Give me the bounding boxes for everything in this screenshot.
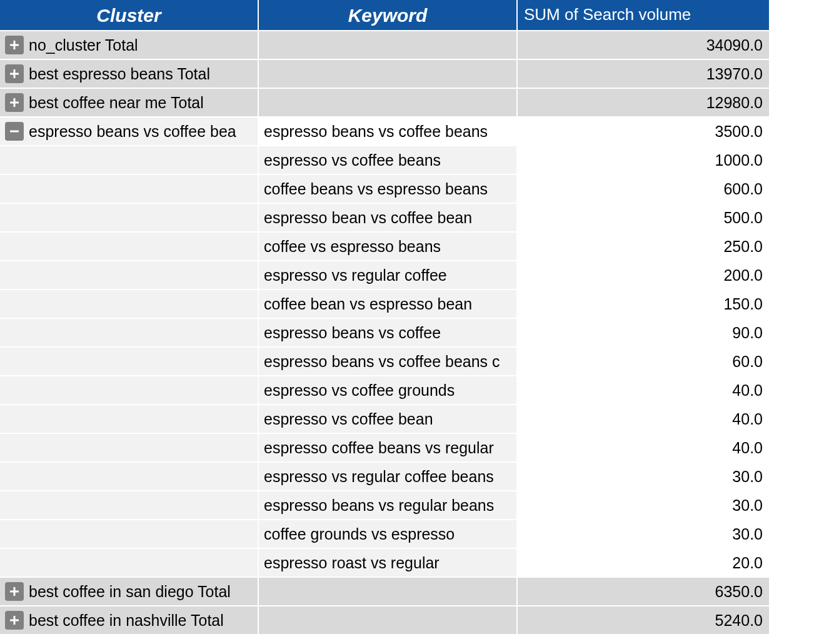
- keyword-cell: espresso coffee beans vs regular: [259, 434, 516, 461]
- keyword-cell: coffee bean vs espresso bean: [259, 290, 516, 318]
- value-cell: 13970.0: [518, 60, 769, 88]
- svg-rect-10: [10, 620, 19, 621]
- cluster-total-cell: best espresso beans Total: [0, 60, 258, 88]
- value-cell: 30.0: [518, 520, 769, 548]
- value-cell: 40.0: [518, 434, 769, 461]
- cluster-empty-cell: [0, 175, 258, 203]
- value-cell: 600.0: [518, 175, 769, 203]
- keyword-empty-cell: [259, 578, 516, 605]
- expand-icon[interactable]: [5, 611, 24, 630]
- keyword-cell: espresso vs regular coffee: [259, 261, 516, 289]
- value-cell: 30.0: [518, 463, 769, 490]
- keyword-cell: espresso beans vs coffee beans: [259, 118, 516, 145]
- expand-icon[interactable]: [5, 36, 24, 54]
- keyword-cell: espresso beans vs coffee beans c: [259, 348, 516, 375]
- value-cell: 500.0: [518, 204, 769, 231]
- keyword-cell: espresso roast vs regular: [259, 549, 516, 576]
- cluster-total-cell: best coffee near me Total: [0, 89, 258, 116]
- keyword-cell: espresso bean vs coffee bean: [259, 204, 516, 231]
- value-cell: 5240.0: [518, 606, 769, 634]
- svg-rect-8: [10, 591, 19, 593]
- cluster-empty-cell: [0, 463, 258, 490]
- keyword-cell: espresso vs coffee grounds: [259, 376, 516, 404]
- cluster-total-cell: best coffee in nashville Total: [0, 606, 258, 634]
- cluster-empty-cell: [0, 405, 258, 433]
- cluster-total-cell: no_cluster Total: [0, 31, 258, 59]
- cluster-empty-cell: [0, 146, 258, 174]
- cluster-label: best coffee near me Total: [29, 93, 204, 113]
- value-cell: 250.0: [518, 233, 769, 260]
- cluster-empty-cell: [0, 290, 258, 318]
- value-cell: 150.0: [518, 290, 769, 318]
- svg-rect-3: [10, 73, 19, 75]
- value-cell: 200.0: [518, 261, 769, 289]
- cluster-empty-cell: [0, 233, 258, 260]
- svg-rect-6: [10, 131, 19, 133]
- svg-rect-1: [10, 44, 19, 46]
- value-cell: 60.0: [518, 348, 769, 375]
- expand-icon[interactable]: [5, 582, 24, 601]
- cluster-label: best espresso beans Total: [29, 64, 210, 84]
- keyword-empty-cell: [259, 606, 516, 634]
- keyword-cell: espresso vs regular coffee beans: [259, 463, 516, 490]
- value-cell: 40.0: [518, 376, 769, 404]
- cluster-label: best coffee in nashville Total: [29, 610, 224, 631]
- keyword-cell: coffee beans vs espresso beans: [259, 175, 516, 203]
- cluster-empty-cell: [0, 204, 258, 231]
- cluster-expanded-cell: espresso beans vs coffee bea: [0, 118, 258, 145]
- value-cell: 40.0: [518, 405, 769, 433]
- keyword-cell: espresso beans vs regular beans: [259, 491, 516, 519]
- keyword-empty-cell: [259, 31, 516, 59]
- header-cluster: Cluster: [0, 0, 258, 30]
- cluster-empty-cell: [0, 261, 258, 289]
- value-cell: 1000.0: [518, 146, 769, 174]
- value-cell: 90.0: [518, 319, 769, 346]
- value-cell: 6350.0: [518, 578, 769, 605]
- cluster-empty-cell: [0, 549, 258, 576]
- cluster-empty-cell: [0, 434, 258, 461]
- cluster-empty-cell: [0, 319, 258, 346]
- keyword-cell: coffee grounds vs espresso: [259, 520, 516, 548]
- cluster-total-cell: best coffee in san diego Total: [0, 578, 258, 605]
- svg-rect-5: [10, 102, 19, 104]
- pivot-table: Cluster Keyword SUM of Search volume no_…: [0, 0, 829, 634]
- keyword-cell: coffee vs espresso beans: [259, 233, 516, 260]
- cluster-empty-cell: [0, 376, 258, 404]
- keyword-cell: espresso vs coffee bean: [259, 405, 516, 433]
- keyword-empty-cell: [259, 60, 516, 88]
- value-cell: 3500.0: [518, 118, 769, 145]
- cluster-label: espresso beans vs coffee bea: [29, 121, 236, 142]
- cluster-label: best coffee in san diego Total: [29, 581, 231, 602]
- value-cell: 12980.0: [518, 89, 769, 116]
- cluster-label: no_cluster Total: [29, 35, 138, 56]
- keyword-cell: espresso beans vs coffee: [259, 319, 516, 346]
- value-cell: 20.0: [518, 549, 769, 576]
- cluster-empty-cell: [0, 520, 258, 548]
- header-keyword: Keyword: [259, 0, 516, 30]
- header-sum: SUM of Search volume: [518, 0, 769, 30]
- keyword-empty-cell: [259, 89, 516, 116]
- value-cell: 30.0: [518, 491, 769, 519]
- cluster-empty-cell: [0, 348, 258, 375]
- expand-icon[interactable]: [5, 93, 24, 112]
- collapse-icon[interactable]: [5, 122, 24, 141]
- cluster-empty-cell: [0, 491, 258, 519]
- keyword-cell: espresso vs coffee beans: [259, 146, 516, 174]
- expand-icon[interactable]: [5, 64, 24, 83]
- value-cell: 34090.0: [518, 31, 769, 59]
